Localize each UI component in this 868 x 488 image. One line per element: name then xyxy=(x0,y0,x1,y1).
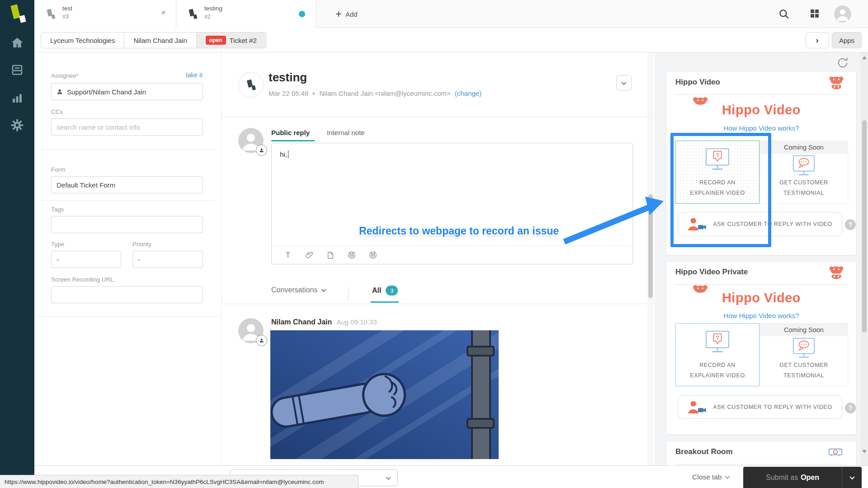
task-tab-bar: test #3 × testing #2 Add xyxy=(34,0,868,28)
ccs-label: CCs xyxy=(51,108,63,115)
submit-state: Open xyxy=(801,474,819,482)
submit-prefix: Submit as xyxy=(766,474,798,482)
screen-recording-url-input[interactable] xyxy=(57,291,198,299)
scrollbar-thumb[interactable] xyxy=(648,194,653,298)
org-name: Lyceum Technologies xyxy=(50,37,115,44)
tile-label: GET CUSTOMERTESTIMONIAL xyxy=(760,360,848,382)
tab-title: test xyxy=(62,5,72,12)
notifications-grid-icon[interactable] xyxy=(809,8,821,20)
tab-public-reply[interactable]: Public reply xyxy=(271,129,310,136)
ticket-actions-dropdown[interactable] xyxy=(616,75,632,90)
svg-text:?: ? xyxy=(716,152,719,159)
change-customer-link[interactable]: (change) xyxy=(455,89,481,97)
close-tab-icon[interactable]: × xyxy=(161,8,166,17)
user-avatar[interactable] xyxy=(834,5,851,23)
submit-main[interactable]: Submit as Open xyxy=(743,467,842,488)
hippo-video-logo: Hippo Video xyxy=(666,291,856,305)
zammad-logo[interactable] xyxy=(0,0,34,28)
app-card-title: Hippo Video Private xyxy=(675,267,748,277)
header-divider xyxy=(222,117,655,117)
assignee-value: Support/Nilam Chand Jain xyxy=(67,88,146,96)
get-customer-testimonial-tile[interactable]: Coming Soon GET CUSTOMERTESTIMONIAL xyxy=(760,323,848,386)
take-it-link[interactable]: take it xyxy=(186,71,203,79)
help-icon[interactable]: ? xyxy=(845,403,856,413)
hippo-video-card: Hippo Video Hippo Video How Hippo Video … xyxy=(666,71,857,255)
type-field[interactable]: - xyxy=(51,251,121,268)
reports-icon[interactable] xyxy=(10,91,24,105)
breadcrumb-organization[interactable]: Lyceum Technologies xyxy=(41,32,124,48)
organization-icon xyxy=(186,8,199,20)
form-value: Default Ticket Form xyxy=(57,181,115,189)
priority-field[interactable]: - xyxy=(132,251,203,268)
message-author: Nilam Chand Jain xyxy=(271,318,332,326)
filter-all-tab[interactable]: All 3 xyxy=(372,286,398,296)
type-label: Type xyxy=(51,241,64,248)
card-divider xyxy=(675,94,847,95)
ask-customer-reply-video-button[interactable]: ASK CUSTOMER TO REPLY WITH VIDEO xyxy=(678,212,842,236)
hippo-video-request-icon[interactable] xyxy=(368,251,377,260)
text-format-icon[interactable]: T xyxy=(283,251,292,260)
ticket-attributes-panel: Assignee* take it Support/Nilam Chand Ja… xyxy=(34,52,222,465)
add-tab-button[interactable]: Add xyxy=(329,0,364,28)
attachment-icon[interactable] xyxy=(305,251,314,260)
task-tab-test[interactable]: test #3 × xyxy=(34,0,176,28)
refresh-icon[interactable] xyxy=(837,57,849,69)
unsaved-changes-dot xyxy=(299,11,305,17)
agent-badge-icon xyxy=(256,145,267,156)
tags-label: Tags xyxy=(51,206,64,213)
message-image-attachment xyxy=(270,330,499,459)
browser-status-url: https://www.hippovideo.io/video/home?aut… xyxy=(0,475,359,488)
dashboard-home-icon[interactable] xyxy=(10,36,24,50)
text-caret xyxy=(288,150,288,158)
sidebar-next-button[interactable]: › xyxy=(806,32,829,48)
annotation-text: Redirects to webpage to record an issue xyxy=(344,225,574,237)
tab-title: testing xyxy=(204,5,222,12)
customer-email: Nilam Chand Jain <nilam@lyceuminc.com> xyxy=(319,89,450,97)
scroll-up-arrow[interactable] xyxy=(862,56,867,59)
tags-input[interactable] xyxy=(57,221,198,229)
submit-button[interactable]: Submit as Open xyxy=(743,467,862,488)
priority-label: Priority xyxy=(132,241,151,248)
task-tab-testing[interactable]: testing #2 xyxy=(176,0,316,28)
ask-customer-reply-video-button[interactable]: ASK CUSTOMER TO REPLY WITH VIDEO xyxy=(678,395,842,419)
insert-file-icon[interactable] xyxy=(326,251,335,260)
conversations-dropdown[interactable]: Conversations xyxy=(271,286,326,294)
admin-gear-icon[interactable] xyxy=(10,118,24,132)
tab-internal-note[interactable]: Internal note xyxy=(327,129,364,136)
apps-tab-button[interactable]: Apps xyxy=(832,32,862,48)
chevron-right-icon: › xyxy=(816,36,819,45)
scrollbar-thumb[interactable] xyxy=(862,120,867,333)
how-it-works-link[interactable]: How Hippo Video works? xyxy=(666,312,856,319)
panel-end-divider xyxy=(34,316,221,317)
breadcrumb-ticket[interactable]: open Ticket #2 xyxy=(197,32,266,48)
hippo-video-record-icon[interactable] xyxy=(347,251,356,260)
form-field[interactable]: Default Ticket Form xyxy=(51,176,203,193)
help-icon[interactable]: ? xyxy=(845,219,856,230)
get-customer-testimonial-tile[interactable]: Coming Soon GET CUSTOMERTESTIMONIAL xyxy=(760,141,848,204)
apps-panel-scrollbar[interactable] xyxy=(861,52,868,465)
organization-icon xyxy=(44,8,57,20)
how-it-works-link[interactable]: How Hippo Video works? xyxy=(666,124,856,132)
projector-icon xyxy=(828,447,844,461)
submit-options-toggle[interactable] xyxy=(842,467,862,488)
reply-editor[interactable]: hi, T xyxy=(271,143,633,264)
breadcrumb-customer[interactable]: Nilam Chand Jain xyxy=(124,32,196,48)
record-explainer-video-tile[interactable]: ? RECORD ANEXPLAINER VIDEO xyxy=(675,141,760,204)
agent-avatar xyxy=(238,128,264,153)
ccs-input[interactable] xyxy=(57,123,198,131)
plus-icon xyxy=(335,11,342,17)
ticket-title[interactable]: testing xyxy=(269,70,307,84)
coming-soon-badge: Coming Soon xyxy=(760,141,848,154)
close-tab-action[interactable]: Close tab xyxy=(692,466,729,488)
svg-text:?: ? xyxy=(716,335,719,341)
content-scrollbar[interactable] xyxy=(647,52,654,465)
tags-field xyxy=(51,216,203,233)
assignee-field[interactable]: Support/Nilam Chand Jain xyxy=(51,83,203,100)
overviews-icon[interactable] xyxy=(10,63,24,77)
tile-label: RECORD ANEXPLAINER VIDEO xyxy=(676,178,759,199)
record-explainer-video-tile[interactable]: ? RECORD ANEXPLAINER VIDEO xyxy=(675,323,760,386)
search-icon[interactable] xyxy=(778,8,790,20)
conversations-label: Conversations xyxy=(271,286,317,294)
tile-label: GET CUSTOMERTESTIMONIAL xyxy=(760,178,848,199)
scroll-down-arrow[interactable] xyxy=(862,450,867,453)
